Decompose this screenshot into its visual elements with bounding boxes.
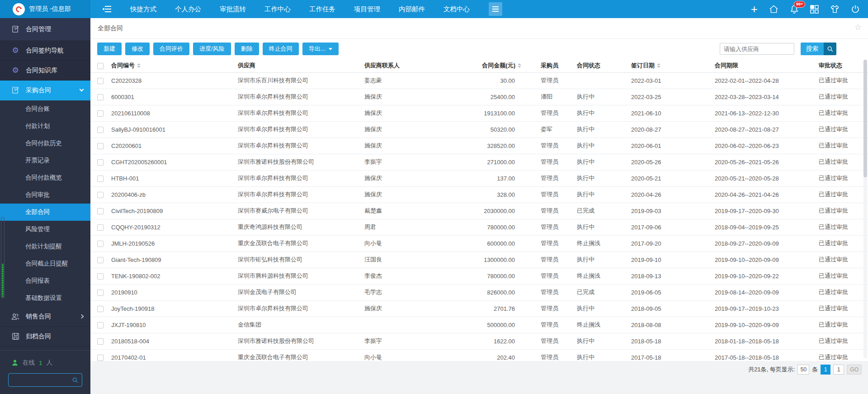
topbar-nav-item[interactable]: 文档中心	[443, 0, 470, 18]
contract-row[interactable]: 20180518-004深圳市雅诺科技股份有限公司李振宇1622.00管理员执行…	[90, 333, 868, 349]
sidebar-search-input[interactable]	[12, 376, 69, 384]
contract-row[interactable]: CQQHY-20190312重庆奇鸿源科技有限公司周君780000.00管理员执…	[90, 219, 868, 235]
contract-row[interactable]: C20200601深圳市卓尔昇科技有限公司施保庆328520.00管理员执行中2…	[90, 138, 868, 154]
topbar-nav-item[interactable]: 个人办公	[175, 0, 201, 18]
row-checkbox[interactable]	[97, 159, 104, 166]
sidebar-scrollbar[interactable]	[1, 217, 5, 299]
column-header-amount[interactable]: 合同金额(元)	[432, 59, 540, 72]
contract-row[interactable]: 202106110008深圳市卓尔昇科技有限公司施保庆1913100.00管理员…	[90, 105, 868, 121]
topbar-nav-item[interactable]: 项目管理	[354, 0, 380, 18]
page-jump-input[interactable]: 1	[833, 365, 844, 375]
sidebar-submenu-item[interactable]: 合同台账	[0, 100, 90, 118]
row-checkbox[interactable]	[97, 338, 104, 345]
apps-grid-icon[interactable]	[810, 5, 819, 14]
row-checkbox[interactable]	[97, 224, 104, 231]
cell-supplier: 深圳市赛威尔电子有限公司	[237, 203, 364, 219]
more-menus-icon[interactable]	[489, 2, 502, 16]
favorite-star-icon[interactable]: ☆	[854, 23, 862, 31]
topbar-nav-item[interactable]: 内部邮件	[399, 0, 425, 18]
search-icon[interactable]	[72, 377, 78, 383]
current-page-button[interactable]: 1	[821, 365, 830, 375]
power-logout-icon[interactable]	[851, 5, 860, 14]
sidebar-submenu-item[interactable]: 合同付款历史	[0, 135, 90, 152]
toolbar-button[interactable]: 进度/风险	[193, 43, 231, 55]
table-scrollbar-thumb[interactable]	[863, 60, 867, 177]
sidebar-submenu-item[interactable]: 开票记录	[0, 152, 90, 169]
toolbar-button[interactable]: 新建	[97, 43, 122, 55]
sidebar-item-knowledge-base[interactable]: ⚙ 合同知识库	[0, 61, 90, 81]
topbar-nav-item[interactable]: 工作中心	[264, 0, 291, 18]
toolbar-button[interactable]: 删除	[235, 43, 259, 55]
collapse-sidebar-icon[interactable]	[102, 5, 112, 13]
column-header-contract_no[interactable]: 合同编号	[111, 59, 237, 72]
contract-row[interactable]: CGHT202005260001深圳市雅诺科技股份有限公司李振宇271000.0…	[90, 154, 868, 170]
topbar-nav-item[interactable]: 工作任务	[309, 0, 335, 18]
row-checkbox[interactable]	[97, 273, 104, 280]
contract-row[interactable]: JoyTech-190918深圳市卓尔昇科技有限公司施保庆2701.76管理员执…	[90, 300, 868, 317]
page-size-box[interactable]: 50	[797, 365, 809, 375]
sidebar-submenu-item[interactable]: 合同截止日提醒	[0, 255, 90, 272]
sidebar-item-sign-navigation[interactable]: ⚙ 合同签约导航	[0, 41, 90, 61]
row-checkbox[interactable]	[97, 127, 104, 133]
row-checkbox[interactable]	[97, 290, 104, 296]
table-scrollbar[interactable]	[863, 60, 867, 358]
row-checkbox[interactable]	[97, 208, 104, 214]
row-checkbox[interactable]	[97, 143, 104, 149]
go-button[interactable]: GO	[847, 365, 862, 375]
notifications-bell-icon[interactable]: 99+	[790, 5, 799, 14]
contract-row[interactable]: 20170402-01重庆金茂联合电子有限公司向小曼202.40管理员执行中20…	[90, 349, 868, 361]
sidebar-submenu-item[interactable]: 付款计划提醒	[0, 238, 90, 255]
add-new-icon[interactable]: +	[751, 5, 758, 14]
theme-shirt-icon[interactable]	[830, 5, 840, 14]
toolbar-button[interactable]: 合同评价	[153, 43, 189, 55]
contract-row[interactable]: Giant-Tech-190809深圳市钜弘科技有限公司汪国良1300000.0…	[90, 252, 868, 268]
sort-icon[interactable]	[657, 63, 660, 68]
contract-row[interactable]: JMLH-20190526重庆金茂联合电子有限公司向小曼600000.00管理员…	[90, 235, 868, 252]
sidebar-submenu-item[interactable]: 付款计划	[0, 118, 90, 135]
sidebar-scrollbar-thumb[interactable]	[2, 264, 4, 297]
row-checkbox[interactable]	[97, 78, 104, 84]
logo-area[interactable]: 管理员 -信息部	[0, 0, 90, 18]
sidebar-submenu-item[interactable]: 全部合同	[0, 204, 90, 221]
sidebar-item-archived-contracts[interactable]: 归档合同	[0, 327, 90, 347]
row-checkbox[interactable]	[97, 241, 104, 247]
home-icon[interactable]	[769, 5, 778, 14]
cell-sign_date: 2017-05-18	[631, 349, 714, 361]
row-checkbox[interactable]	[97, 355, 104, 361]
supplier-search-input[interactable]	[720, 43, 794, 55]
sort-icon[interactable]	[518, 63, 521, 68]
export-button[interactable]: 导出...	[302, 43, 339, 55]
sidebar-submenu-item[interactable]: 基础数据设置	[0, 290, 90, 307]
toolbar-button[interactable]: 修改	[125, 43, 150, 55]
sort-icon[interactable]	[137, 63, 141, 68]
row-checkbox[interactable]	[97, 110, 104, 117]
sidebar-item-sales-contracts[interactable]: 销售合同	[0, 307, 90, 327]
sidebar-submenu-item[interactable]: 合同审批	[0, 186, 90, 204]
select-all-checkbox[interactable]	[97, 63, 104, 69]
row-checkbox[interactable]	[97, 322, 104, 328]
row-checkbox[interactable]	[97, 94, 104, 100]
column-header-sign_date[interactable]: 签订日期	[631, 59, 714, 72]
sidebar-item-purchase-contracts[interactable]: 采购合同	[0, 81, 90, 100]
contract-row[interactable]: CivilTech-20190809深圳市赛威尔电子有限公司戴楚鑫2030000…	[90, 203, 868, 219]
topbar-nav-item[interactable]: 审批流转	[220, 0, 246, 18]
toolbar-button[interactable]: 终止合同	[263, 43, 299, 55]
sidebar-submenu-item[interactable]: 合同付款概览	[0, 169, 90, 186]
sidebar-submenu-item[interactable]: 风险管理	[0, 221, 90, 238]
contract-row[interactable]: 20200406-zb深圳市卓尔昇科技有限公司施保庆328.00管理员执行中20…	[90, 186, 868, 203]
contract-row[interactable]: C20220328深圳市乐百川科技有限公司姜志豪30.00管理员2022-03-…	[90, 72, 868, 89]
sidebar-submenu-item[interactable]: 合同报表	[0, 272, 90, 290]
row-checkbox[interactable]	[97, 192, 104, 198]
contract-row[interactable]: JXJT-190810金信集团500000.00管理员终止搁浅2018-08-0…	[90, 317, 868, 333]
contract-row[interactable]: 20190910深圳金茂电子有限公司毛学志826000.00管理员已完成2019…	[90, 284, 868, 300]
contract-row[interactable]: TENK-190802-002深圳市腾科源科技有限公司李俊杰780000.00管…	[90, 268, 868, 284]
row-checkbox[interactable]	[97, 257, 104, 263]
row-checkbox[interactable]	[97, 306, 104, 312]
contract-row[interactable]: HTBH-001深圳市卓尔昇科技有限公司施保庆137.00管理员执行中2020-…	[90, 170, 868, 186]
contract-row[interactable]: 6000301深圳市卓尔昇科技有限公司施保庆25400.00潘阳执行中2022-…	[90, 89, 868, 105]
topbar-nav-item[interactable]: 快捷方式	[130, 0, 156, 18]
row-checkbox[interactable]	[97, 176, 104, 182]
sidebar-item-contract-management[interactable]: 合同管理	[0, 18, 90, 41]
contract-row[interactable]: SallyBJ-0910016001深圳市卓尔昇科技有限公司施保庆50320.0…	[90, 121, 868, 138]
search-button[interactable]: 搜索	[801, 43, 836, 55]
